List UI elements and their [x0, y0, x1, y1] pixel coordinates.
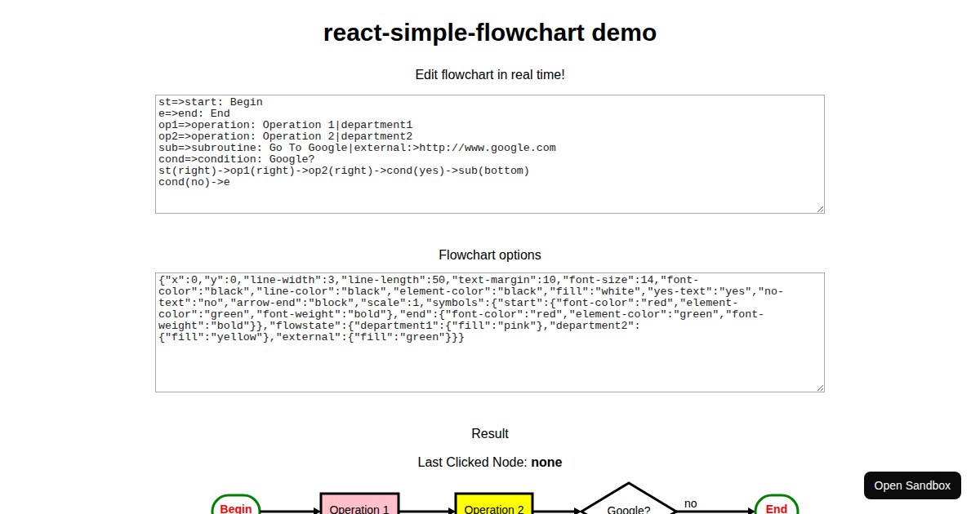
last-clicked-value: none	[531, 455, 562, 469]
flow-arrow-op1-op2	[399, 507, 456, 514]
start-node-label: Begin	[220, 503, 252, 514]
subtitle: Edit flowchart in real time!	[0, 68, 980, 82]
flowchart-node-end[interactable]: End	[755, 495, 798, 514]
flowchart-code-input[interactable]: st=>start: Begin e=>end: End op1=>operat…	[155, 95, 825, 214]
edge-label-no: no	[684, 497, 697, 510]
flowchart-node-operation-1[interactable]: Operation 1	[321, 494, 399, 514]
open-sandbox-button[interactable]: Open Sandbox	[864, 472, 961, 499]
result-label: Result	[0, 427, 980, 441]
operation1-node-label: Operation 1	[329, 503, 389, 514]
last-clicked-status: Last Clicked Node: none	[0, 455, 980, 470]
flowchart-code-editor-container: st=>start: Begin e=>end: End op1=>operat…	[0, 95, 980, 214]
flow-arrow-st-op1	[260, 507, 321, 514]
flowchart-node-start[interactable]: Begin	[212, 495, 260, 514]
page-title: react-simple-flowchart demo	[0, 19, 980, 47]
arrowhead-icon	[574, 507, 581, 514]
condition-node-label: Google?	[608, 504, 651, 514]
flowchart-options-input[interactable]: {"x":0,"y":0,"line-width":3,"line-length…	[155, 273, 825, 392]
flowchart-diagram: Begin Operation 1 Operation 2 Google? no	[204, 477, 808, 514]
operation2-node-label: Operation 2	[464, 503, 523, 514]
flow-arrow-op2-cond	[532, 507, 581, 514]
options-label: Flowchart options	[0, 248, 980, 263]
flowchart-node-condition[interactable]: Google?	[581, 483, 676, 514]
flowchart-options-editor-container: {"x":0,"y":0,"line-width":3,"line-length…	[0, 273, 980, 392]
end-node-label: End	[766, 503, 787, 514]
last-clicked-label: Last Clicked Node:	[418, 455, 528, 469]
flowchart-node-operation-2[interactable]: Operation 2	[456, 494, 532, 514]
